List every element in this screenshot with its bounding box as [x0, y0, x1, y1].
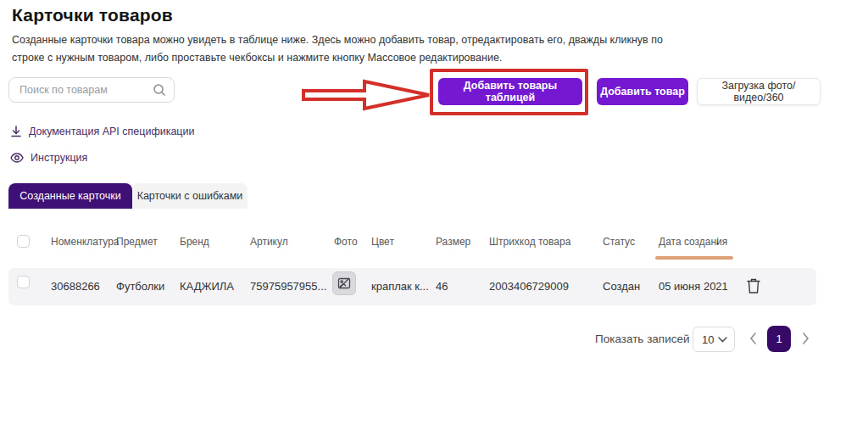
product-search	[8, 77, 175, 103]
column-header-nomenclature[interactable]: Номенклатура	[51, 236, 120, 248]
show-records-label: Показать записей	[595, 333, 690, 345]
row-checkbox[interactable]	[17, 276, 30, 288]
eye-icon	[10, 153, 24, 163]
sort-desc-icon[interactable]: ↓	[715, 232, 721, 247]
next-page-button[interactable]	[802, 331, 812, 346]
instruction-label: Инструкция	[31, 152, 87, 164]
cell-barcode: 2003406729009	[489, 280, 569, 293]
upload-media-button[interactable]: Загрузка фото/видео/360	[697, 78, 821, 105]
page-title: Карточки товаров	[12, 5, 173, 25]
column-header-color[interactable]: Цвет	[371, 236, 394, 248]
page-size-value: 10	[702, 333, 714, 346]
cell-status: Создан	[603, 280, 640, 293]
chevron-down-icon	[718, 337, 727, 343]
cell-size: 46	[436, 280, 448, 293]
api-documentation-label: Документация API спецификации	[29, 126, 194, 137]
prev-page-button[interactable]	[749, 331, 760, 346]
select-all-checkbox[interactable]	[17, 235, 30, 248]
tab-created-cards[interactable]: Созданные карточки	[8, 183, 132, 209]
annotation-arrow-icon	[302, 77, 432, 113]
page-description: Созданные карточки товара можно увидеть …	[12, 31, 663, 66]
page-number-button[interactable]: 1	[767, 326, 791, 352]
column-header-size[interactable]: Размер	[436, 236, 470, 248]
api-documentation-link[interactable]: Документация API спецификации	[10, 126, 194, 137]
product-cards-page: Карточки товаров Созданные карточки това…	[0, 0, 868, 436]
download-icon	[10, 126, 22, 137]
delete-row-button[interactable]	[746, 277, 763, 295]
tab-error-cards[interactable]: Карточки с ошибками	[132, 183, 248, 209]
cell-color: краплак к...	[371, 280, 429, 293]
search-icon	[153, 83, 166, 97]
sorted-column-underline	[655, 256, 733, 260]
column-header-photo[interactable]: Фото	[334, 236, 358, 248]
add-product-button[interactable]: Добавить товар	[597, 78, 688, 105]
column-header-article[interactable]: Артикул	[250, 236, 288, 248]
cell-nomenclature: 30688266	[51, 280, 100, 293]
instruction-link[interactable]: Инструкция	[10, 152, 87, 164]
cell-brand: КАДЖИЛА	[180, 280, 234, 293]
column-header-barcode[interactable]: Штрихкод товара	[489, 236, 570, 248]
page-description-line2: строке с нужным товаром, либо проставьте…	[12, 52, 502, 64]
column-header-subject[interactable]: Предмет	[116, 236, 158, 248]
page-size-select[interactable]: 10	[693, 327, 735, 352]
column-header-status[interactable]: Статус	[603, 236, 635, 248]
cell-subject: Футболки	[116, 280, 164, 293]
no-photo-icon[interactable]	[332, 271, 356, 295]
page-description-line1: Созданные карточки товара можно увидеть …	[12, 34, 663, 46]
search-input[interactable]	[8, 77, 175, 103]
column-header-brand[interactable]: Бренд	[180, 236, 209, 248]
cell-created-date: 05 июня 2021	[659, 280, 728, 293]
add-products-table-button[interactable]: Добавить товары таблицей	[438, 78, 582, 105]
cell-article: 75975957955...	[250, 280, 326, 293]
